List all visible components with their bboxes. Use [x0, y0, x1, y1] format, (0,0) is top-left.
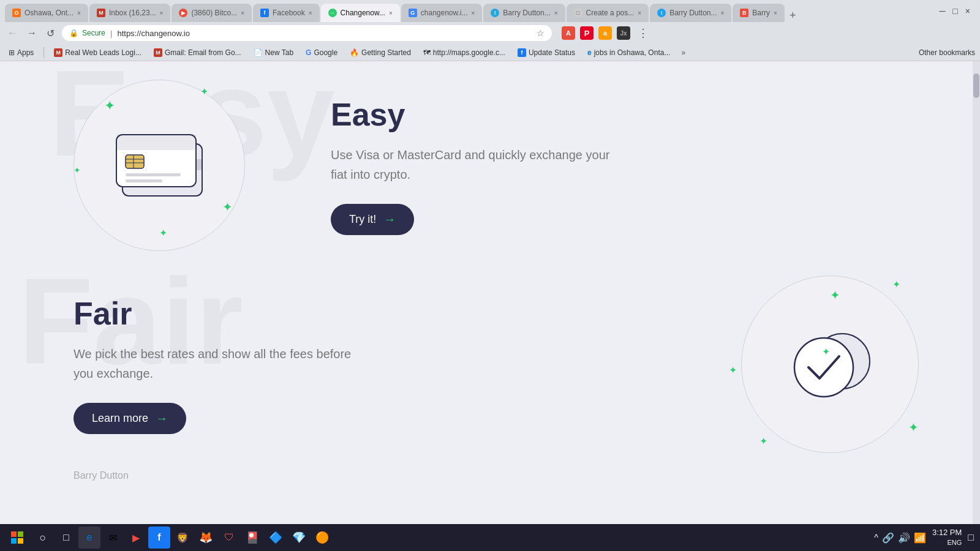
bookmark-realwebleads[interactable]: M Real Web Leads Logi... — [50, 46, 145, 59]
address-input[interactable]: 🔒 Secure | https://changenow.io ☆ — [62, 25, 552, 41]
bookmark-google[interactable]: G Google — [302, 46, 341, 59]
tab-close-create[interactable]: × — [638, 10, 641, 17]
more-bookmarks-btn[interactable]: » — [679, 48, 688, 57]
maximize-button[interactable]: □ — [952, 6, 957, 16]
lang-display: ENG — [932, 538, 962, 547]
learn-more-button[interactable]: Learn more → — [74, 403, 186, 434]
fair-content: Fair We pick the best rates and show all… — [74, 295, 704, 434]
network-icon[interactable]: 🔗 — [882, 532, 894, 544]
tab-changenow[interactable]: ↔ Changenow... × — [321, 4, 400, 22]
bookmark-maps[interactable]: 🗺 http://maps.google.c... — [420, 46, 509, 59]
sparkle-fair-2: ✦ — [892, 279, 900, 290]
taskbar-firefox-icon[interactable]: 🦊 — [195, 527, 217, 549]
back-button[interactable]: ← — [5, 28, 20, 39]
menu-button[interactable]: ⋮ — [638, 26, 649, 40]
taskbar-edge-icon[interactable]: e — [78, 527, 100, 549]
tab-barry1[interactable]: t Barry Dutton... × — [483, 4, 565, 22]
tabs-row: O Oshawa, Ont... × M Inbox (16,23... × ▶… — [5, 0, 937, 22]
scrollbar-thumb[interactable] — [973, 73, 979, 98]
close-button[interactable]: × — [965, 6, 970, 16]
pinterest-icon[interactable]: P — [580, 26, 594, 40]
tab-favicon-facebook: f — [260, 9, 269, 17]
volume-icon[interactable]: 🔊 — [898, 532, 910, 544]
tab-oshawa[interactable]: O Oshawa, Ont... × — [5, 4, 88, 22]
bookmark-realwebleads-label: Real Web Leads Logi... — [65, 48, 141, 57]
tab-barry2[interactable]: t Barry Dutton... × — [650, 4, 731, 22]
forward-button[interactable]: → — [24, 28, 39, 39]
try-it-button[interactable]: Try it! → — [331, 204, 414, 235]
easy-circle — [74, 80, 245, 251]
bottom-hint: Barry Dutton — [0, 465, 980, 486]
bookmark-apps[interactable]: ⊞ Apps — [5, 46, 37, 59]
realwebleads-favicon: M — [54, 48, 62, 57]
tab-label-bitcoin: (3860) Bitco... — [191, 9, 237, 17]
taskbar-search-icon[interactable]: ○ — [32, 527, 54, 549]
tab-facebook[interactable]: f Facebook × — [253, 4, 320, 22]
other-bookmarks[interactable]: Other bookmarks — [919, 48, 975, 57]
jx-icon[interactable]: Jx — [617, 26, 630, 40]
tab-changenow2[interactable]: G changenow.i... × — [401, 4, 483, 22]
wifi-icon[interactable]: 📶 — [914, 532, 926, 544]
bookmark-gmail[interactable]: M Gmail: Email from Go... — [150, 46, 245, 59]
tab-close-gmail[interactable]: × — [160, 10, 164, 17]
tab-label-barry3: Barry — [752, 9, 770, 17]
bookmark-newtab-label: New Tab — [265, 48, 293, 57]
tab-close-barry2[interactable]: × — [721, 10, 725, 17]
fair-title: Fair — [74, 295, 704, 332]
tab-close-barry1[interactable]: × — [554, 10, 558, 17]
start-button[interactable] — [4, 527, 31, 549]
sparkle-5: ✦ — [74, 165, 81, 175]
tab-close-barry3[interactable]: × — [774, 10, 777, 17]
new-tab-button[interactable]: + — [786, 9, 800, 22]
amazon-icon[interactable]: a — [598, 26, 612, 40]
tab-favicon-barry2: t — [657, 9, 666, 17]
scrollbar[interactable] — [973, 61, 980, 524]
taskbar-brave-icon[interactable]: 🦁 — [172, 527, 194, 549]
taskbar-gem-icon[interactable]: 💎 — [288, 527, 310, 549]
tab-barry3[interactable]: B Barry × — [733, 4, 785, 22]
show-hidden-icons[interactable]: ^ — [874, 533, 878, 542]
tab-gmail[interactable]: M Inbox (16,23... × — [89, 4, 171, 22]
easy-title: Easy — [331, 96, 888, 133]
taskbar-mail-icon[interactable]: ✉ — [102, 527, 124, 549]
tab-close-changenow2[interactable]: × — [472, 10, 475, 17]
tab-favicon-changenow2: G — [409, 9, 417, 17]
taskbar-diamond-icon[interactable]: 🔷 — [265, 527, 287, 549]
bookmark-star-icon[interactable]: ☆ — [537, 28, 545, 38]
adblock-icon[interactable]: A — [562, 26, 575, 40]
system-tray: ^ 🔗 🔊 📶 3:12 PM ENG □ — [874, 528, 976, 547]
page-content: Easy ✦ ✦ ✦ ✦ ✦ — [0, 61, 980, 524]
minimize-button[interactable]: ─ — [939, 6, 945, 16]
try-it-label: Try it! — [349, 213, 376, 226]
facebook-favicon: f — [518, 48, 526, 57]
reload-button[interactable]: ↺ — [44, 28, 57, 39]
taskbar-media-icon[interactable]: ▶ — [125, 527, 147, 549]
svg-rect-14 — [11, 531, 17, 537]
notifications-icon[interactable]: □ — [968, 532, 974, 543]
bookmark-google-label: Google — [314, 48, 337, 57]
tab-close-bitcoin[interactable]: × — [241, 10, 244, 17]
bookmark-jobs[interactable]: e jobs in Oshawa, Onta... — [584, 46, 674, 59]
sparkle-fair-3: ✦ — [908, 420, 919, 435]
taskbar-vpn-icon[interactable]: 🛡 — [218, 527, 240, 549]
bookmark-newtab[interactable]: 📄 New Tab — [250, 46, 297, 59]
sparkle-2: ✦ — [200, 86, 208, 97]
tab-create[interactable]: □ Create a pos... × — [567, 4, 649, 22]
clock-display[interactable]: 3:12 PM ENG — [932, 528, 962, 547]
bookmark-facebook[interactable]: f Update Status — [514, 46, 579, 59]
extension-icons: A P a Jx — [562, 26, 630, 40]
taskbar-blue-icon[interactable]: 🎴 — [241, 527, 263, 549]
taskbar-taskview-icon[interactable]: □ — [55, 527, 77, 549]
taskbar: ○ □ e ✉ ▶ f 🦁 🦊 🛡 🎴 🔷 💎 🟠 ^ 🔗 🔊 📶 3:12 P… — [0, 524, 980, 551]
taskbar-orange-icon[interactable]: 🟠 — [311, 527, 333, 549]
tab-close-oshawa[interactable]: × — [77, 10, 81, 17]
svg-rect-15 — [18, 531, 23, 537]
bookmark-gettingstarted[interactable]: 🔥 Getting Started — [346, 46, 415, 59]
tab-label-changenow: Changenow... — [341, 9, 385, 17]
tab-bitcoin[interactable]: ▶ (3860) Bitco... × — [172, 4, 252, 22]
easy-illustration-container: ✦ ✦ ✦ ✦ ✦ — [74, 80, 245, 251]
tab-close-changenow[interactable]: × — [389, 10, 393, 17]
tab-close-facebook[interactable]: × — [309, 10, 312, 17]
gmail-favicon: M — [154, 48, 162, 57]
taskbar-facebook-icon[interactable]: f — [148, 527, 170, 549]
